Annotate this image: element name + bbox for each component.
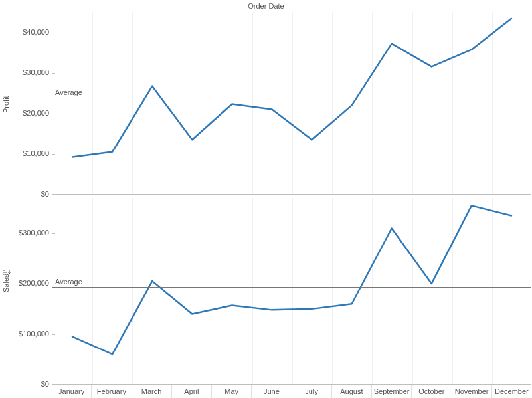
xaxis-category: February xyxy=(91,385,131,398)
reference-line xyxy=(52,98,531,98)
category-divider xyxy=(132,198,133,384)
xaxis: JanuaryFebruaryMarchAprilMayJuneJulyAugu… xyxy=(52,385,531,398)
ytick-mark xyxy=(52,334,55,335)
reference-line-label: Average xyxy=(55,278,82,286)
yaxis-label-profit: Profit xyxy=(2,101,10,113)
category-divider xyxy=(332,12,333,194)
ytick-label: $20,000 xyxy=(23,109,49,117)
category-divider xyxy=(252,12,253,194)
category-divider xyxy=(92,12,93,194)
xaxis-category: August xyxy=(331,385,371,398)
xaxis-category: September xyxy=(371,385,411,398)
svg-rect-0 xyxy=(3,270,5,271)
xaxis-category: November xyxy=(452,385,491,398)
category-divider xyxy=(492,198,493,384)
category-divider xyxy=(372,12,373,194)
category-divider xyxy=(492,12,493,194)
category-divider xyxy=(452,12,453,194)
category-divider xyxy=(252,198,253,384)
ytick-label: $40,000 xyxy=(23,28,49,36)
svg-rect-2 xyxy=(3,274,8,275)
ytick-mark xyxy=(52,73,55,74)
yaxis-label-sales: Sales xyxy=(2,280,10,292)
ytick-mark xyxy=(52,154,55,155)
xaxis-category: April xyxy=(171,385,211,398)
sort-icon[interactable] xyxy=(3,268,11,276)
ytick-mark xyxy=(52,114,55,114)
category-divider xyxy=(173,12,173,194)
reference-line-label: Average xyxy=(55,88,82,96)
svg-rect-1 xyxy=(3,272,7,273)
ytick-label: $0 xyxy=(41,380,49,388)
ytick-label: $200,000 xyxy=(19,279,49,287)
chart-container: Order Date Profit Sales $0$10,000$20,000… xyxy=(0,0,532,398)
ytick-label: $100,000 xyxy=(19,330,49,338)
xaxis-category: December xyxy=(491,385,531,398)
ytick-mark xyxy=(52,233,55,234)
pane-profit: Average xyxy=(52,12,531,195)
xaxis-category: October xyxy=(411,385,451,398)
category-divider xyxy=(213,12,213,194)
category-divider xyxy=(132,12,133,194)
xaxis-category: March xyxy=(132,385,171,398)
xaxis-category: July xyxy=(292,385,331,398)
ytick-label: $0 xyxy=(41,190,49,198)
xaxis-category: May xyxy=(211,385,251,398)
xaxis-category: June xyxy=(251,385,291,398)
chart-title: Order Date xyxy=(0,0,532,12)
category-divider xyxy=(92,198,93,384)
ytick-mark xyxy=(52,195,55,195)
category-divider xyxy=(332,198,333,384)
category-divider xyxy=(412,12,413,194)
category-divider xyxy=(173,198,173,384)
category-divider xyxy=(292,198,293,384)
yaxis-ticks-container: $0$10,000$20,000$30,000$40,000$0$100,000… xyxy=(12,12,52,385)
plot-area: Average Average xyxy=(52,12,531,385)
reference-line xyxy=(52,287,531,288)
category-divider xyxy=(412,198,413,384)
ytick-label: $10,000 xyxy=(23,149,49,157)
ytick-mark xyxy=(52,33,55,33)
pane-sales: Average xyxy=(52,198,531,385)
ytick-label: $30,000 xyxy=(23,68,49,76)
category-divider xyxy=(292,12,293,194)
ytick-label: $300,000 xyxy=(19,229,49,237)
xaxis-category: January xyxy=(52,385,91,398)
category-divider xyxy=(372,198,373,384)
category-divider xyxy=(452,198,453,384)
category-divider xyxy=(213,198,213,384)
